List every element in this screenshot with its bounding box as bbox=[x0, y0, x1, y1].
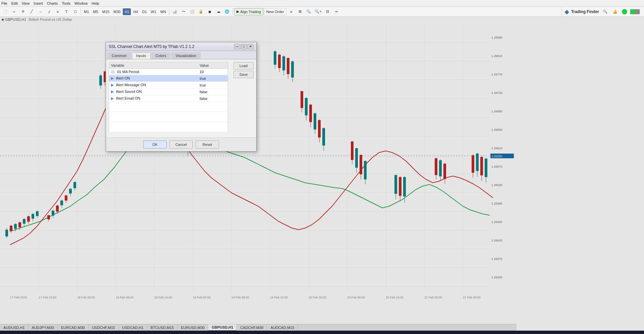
cancel-btn[interactable]: Cancel bbox=[169, 141, 193, 149]
table-row[interactable]: 01 01 MA Period 10 bbox=[109, 69, 228, 75]
dialog-tab-inputs[interactable]: Inputs bbox=[132, 52, 151, 59]
table-row[interactable]: ▶ Alert Email ON false bbox=[109, 95, 228, 102]
chart-zoom-btn[interactable]: ⊞ bbox=[296, 8, 304, 16]
tf-mn[interactable]: MN bbox=[159, 8, 168, 15]
tf-m30[interactable]: M30 bbox=[112, 8, 122, 15]
ok-btn[interactable]: OK bbox=[143, 141, 167, 149]
dialog-side-buttons: Load Save bbox=[233, 62, 254, 135]
modal-overlay bbox=[0, 17, 644, 331]
col-value: Value bbox=[198, 62, 228, 69]
save-btn[interactable]: Save bbox=[233, 71, 254, 78]
dialog-tab-common[interactable]: Common bbox=[107, 52, 131, 59]
dialog-tabs: Common Inputs Colors Visualization bbox=[106, 51, 256, 59]
row5-icon: ▶ bbox=[111, 96, 114, 100]
dialog-maximize-btn[interactable]: □ bbox=[241, 44, 247, 49]
tf-m5[interactable]: M5 bbox=[91, 8, 100, 15]
algo-trading-label: Algo Trading bbox=[240, 10, 261, 14]
row4-variable-text: Alert Sound ON bbox=[116, 90, 142, 94]
empty-row bbox=[109, 122, 228, 132]
tf-m1[interactable]: M1 bbox=[82, 8, 91, 15]
new-chart-btn[interactable]: 📄 bbox=[1, 8, 9, 16]
menu-tools[interactable]: Tools bbox=[62, 1, 70, 5]
row2-variable-text: Alert ON bbox=[116, 76, 130, 80]
row3-icon: ▶ bbox=[111, 83, 114, 87]
table-row[interactable]: ▶ Alert Sound ON false bbox=[109, 89, 228, 95]
chart-type-btn[interactable]: 📊 bbox=[171, 8, 179, 16]
tf-w1[interactable]: W1 bbox=[149, 8, 158, 15]
dialog-close-btn[interactable]: ✕ bbox=[248, 44, 254, 49]
shapes-btn[interactable]: ◻ bbox=[71, 8, 79, 16]
algo-play-icon: ▶ bbox=[236, 9, 239, 14]
line-tool-btn[interactable]: ╱ bbox=[28, 8, 36, 16]
cloud-btn[interactable]: ☁ bbox=[214, 8, 222, 16]
objects-btn[interactable]: ⬜ bbox=[188, 8, 196, 16]
params-table-area: Variable Value 01 01 MA Period 10 bbox=[109, 62, 228, 135]
dialog-tab-colors[interactable]: Colors bbox=[151, 52, 171, 59]
fibonacci-btn[interactable]: ≡ bbox=[54, 8, 62, 16]
row4-value[interactable]: false bbox=[198, 89, 228, 95]
community-btn[interactable]: 🌐 bbox=[223, 8, 231, 16]
row1-variable-text: 01 MA Period bbox=[117, 70, 139, 74]
table-row[interactable]: ▶ Alert ON true bbox=[109, 75, 228, 82]
depth-btn[interactable]: ≡ bbox=[287, 8, 295, 16]
ray-tool-btn[interactable]: → bbox=[36, 8, 44, 16]
toolbar-sep2 bbox=[169, 8, 169, 15]
row2-value[interactable]: true bbox=[198, 75, 228, 82]
toolbar-sep3 bbox=[232, 8, 233, 15]
chart-area: ■ GBPUSD,H1 British Pound vs US Dollar bbox=[0, 17, 644, 331]
zoom-in2-btn[interactable]: 🔍+ bbox=[313, 8, 323, 16]
notifications-btn[interactable]: 🔔 bbox=[611, 8, 619, 16]
logo-icon: ◆ bbox=[565, 8, 569, 15]
record-btn[interactable]: ⏺ bbox=[206, 8, 214, 16]
dialog-content-area: Variable Value 01 01 MA Period 10 bbox=[109, 62, 254, 135]
table-row[interactable]: ▶ Alert Message ON true bbox=[109, 82, 228, 89]
row5-variable: ▶ Alert Email ON bbox=[109, 95, 198, 102]
row4-icon: ▶ bbox=[111, 90, 114, 94]
toolbar: 📄 + ✛ ╱ → ⫽ ≡ T ◻ M1 M5 M15 M30 H1 H4 D1… bbox=[0, 7, 644, 17]
tf-d1[interactable]: D1 bbox=[141, 8, 149, 15]
load-btn[interactable]: Load bbox=[233, 62, 254, 69]
row1-icon: 01 bbox=[111, 70, 115, 74]
col-variable: Variable bbox=[109, 62, 198, 69]
params-table: Variable Value 01 01 MA Period 10 bbox=[109, 62, 228, 132]
menu-help[interactable]: Help bbox=[92, 1, 99, 5]
menu-charts[interactable]: Charts bbox=[47, 1, 58, 5]
dialog-minimize-btn[interactable]: — bbox=[234, 44, 240, 49]
algo-trading-btn[interactable]: ▶ Algo Trading bbox=[234, 8, 263, 15]
row2-icon: ▶ bbox=[111, 76, 114, 80]
menu-insert[interactable]: Insert bbox=[34, 1, 43, 5]
zoom-in-btn[interactable]: + bbox=[10, 8, 18, 16]
row1-variable: 01 01 MA Period bbox=[109, 69, 198, 75]
tf-h1[interactable]: H1 bbox=[123, 8, 131, 15]
connection-indicator bbox=[622, 9, 627, 14]
search-btn[interactable]: 🔍 bbox=[601, 8, 609, 16]
menu-file[interactable]: File bbox=[1, 1, 7, 5]
balance-indicator bbox=[630, 9, 640, 14]
empty-row bbox=[109, 112, 228, 122]
menu-window[interactable]: Window bbox=[74, 1, 88, 5]
row5-value[interactable]: false bbox=[198, 95, 228, 102]
grid-btn[interactable]: ⊟ bbox=[324, 8, 332, 16]
row4-variable: ▶ Alert Sound ON bbox=[109, 89, 198, 95]
menu-edit[interactable]: Edit bbox=[11, 1, 18, 5]
new-order-btn[interactable]: New Order bbox=[264, 8, 286, 15]
row5-variable-text: Alert Email ON bbox=[116, 96, 140, 100]
dialog-titlebar[interactable]: SSL Channel Chart Alert MT5 by TFlab V1.… bbox=[106, 42, 256, 51]
dialog-tab-visualization[interactable]: Visualization bbox=[171, 52, 201, 59]
indicators-btn[interactable]: 〜 bbox=[179, 8, 187, 16]
text-btn[interactable]: T bbox=[62, 8, 70, 16]
row3-value[interactable]: true bbox=[198, 82, 228, 89]
zoom-out-btn[interactable]: 🔍 bbox=[305, 8, 313, 16]
reset-btn[interactable]: Reset bbox=[196, 141, 219, 149]
row1-value[interactable]: 10 bbox=[198, 69, 228, 75]
dialog-body: Variable Value 01 01 MA Period 10 bbox=[106, 59, 256, 137]
menu-view[interactable]: View bbox=[22, 1, 30, 5]
tf-h4[interactable]: H4 bbox=[131, 8, 140, 15]
auto-scroll-btn[interactable]: ⇒ bbox=[332, 8, 340, 16]
row3-variable-text: Alert Message ON bbox=[116, 83, 146, 87]
empty-row bbox=[109, 102, 228, 112]
lock-btn[interactable]: 🔒 bbox=[197, 8, 205, 16]
tf-m15[interactable]: M15 bbox=[101, 8, 111, 15]
crosshair-btn[interactable]: ✛ bbox=[19, 8, 27, 16]
channel-tool-btn[interactable]: ⫽ bbox=[45, 8, 53, 16]
